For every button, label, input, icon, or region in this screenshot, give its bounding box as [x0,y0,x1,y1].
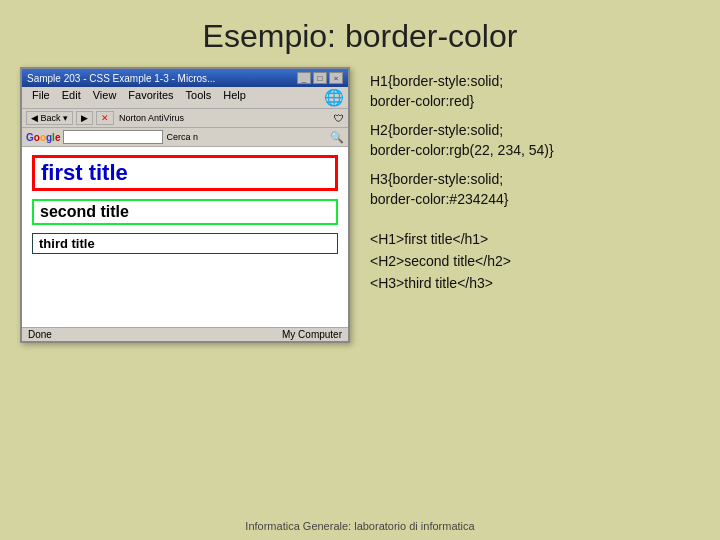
browser-window: Sample 203 - CSS Example 1-3 - Micros...… [20,67,350,343]
menu-view[interactable]: View [87,88,123,107]
h2-demo: second title [32,199,338,225]
html-codes: <H1>first title</h1> <H2>second title</h… [370,228,700,295]
html-line3: <H3>third title</h3> [370,272,700,294]
minimize-button[interactable]: _ [297,72,311,84]
status-computer: My Computer [282,329,342,340]
html-line2: <H2>second title</h2> [370,250,700,272]
stop-button[interactable]: ✕ [96,111,114,125]
browser-title-text: Sample 203 - CSS Example 1-3 - Micros... [27,73,215,84]
menu-edit[interactable]: Edit [56,88,87,107]
back-button[interactable]: ◀ Back ▾ [26,111,73,125]
ie-logo-icon: 🌐 [324,88,344,107]
browser-toolbar: ◀ Back ▾ ▶ ✕ Norton AntiVirus 🛡 [22,109,348,128]
norton-icon: 🛡 [334,113,344,124]
search-icon: 🔍 [330,131,344,144]
footer-text: Informatica Generale: laboratorio di inf… [245,520,474,532]
forward-button[interactable]: ▶ [76,111,93,125]
google-bar: Google Cerca n 🔍 [22,128,348,147]
browser-status-bar: Done My Computer [22,327,348,341]
code-block-h1: H1{border-style:solid; border-color:red} [370,72,700,111]
browser-content: first title second title third title [22,147,348,327]
google-search-label: Cerca n [166,132,198,142]
close-button[interactable]: × [329,72,343,84]
browser-title-bar: Sample 203 - CSS Example 1-3 - Micros...… [22,69,348,87]
menu-tools[interactable]: Tools [180,88,218,107]
status-done: Done [28,329,52,340]
code-block-h3: H3{border-style:solid; border-color:#234… [370,170,700,209]
google-search-input[interactable] [63,130,163,144]
h1-demo: first title [32,155,338,191]
page-title: Esempio: border-color [0,0,720,67]
content-area: Sample 203 - CSS Example 1-3 - Micros...… [0,67,720,343]
norton-antivirus-label: Norton AntiVirus [119,113,184,123]
code-h1-line1: H1{border-style:solid; [370,72,700,92]
code-h2-line1: H2{border-style:solid; [370,121,700,141]
google-logo: Google [26,132,60,143]
menu-file[interactable]: File [26,88,56,107]
code-h3-line1: H3{border-style:solid; [370,170,700,190]
code-h1-line2: border-color:red} [370,92,700,112]
browser-menu-bar: File Edit View Favorites Tools Help 🌐 [22,87,348,109]
code-h2-line2: border-color:rgb(22, 234, 54)} [370,141,700,161]
menu-favorites[interactable]: Favorites [122,88,179,107]
html-line1: <H1>first title</h1> [370,228,700,250]
code-h3-line2: border-color:#234244} [370,190,700,210]
menu-help[interactable]: Help [217,88,252,107]
maximize-button[interactable]: □ [313,72,327,84]
browser-window-controls: _ □ × [297,72,343,84]
h3-demo: third title [32,233,338,254]
code-block-h2: H2{border-style:solid; border-color:rgb(… [370,121,700,160]
code-explanation: H1{border-style:solid; border-color:red}… [370,67,700,295]
